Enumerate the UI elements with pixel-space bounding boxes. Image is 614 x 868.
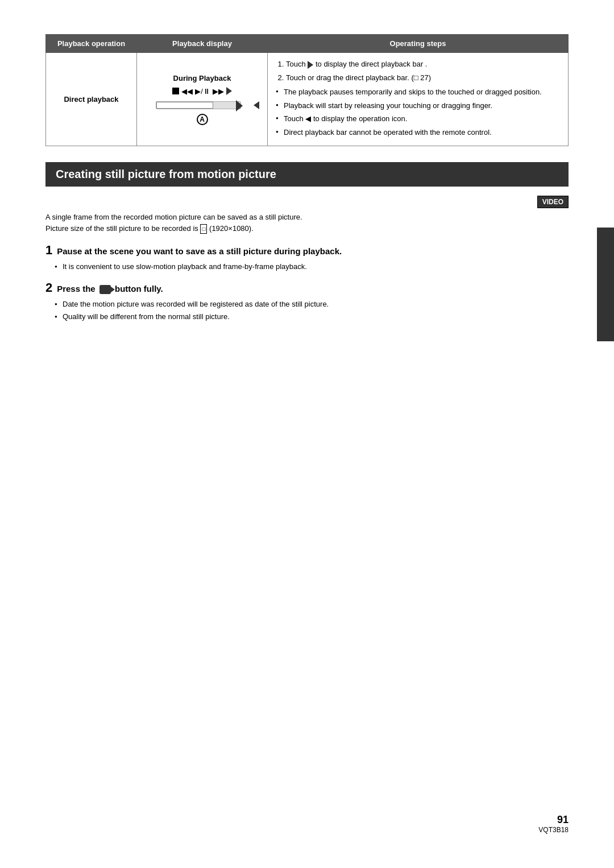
step-2-bullet-1: Date the motion picture was recorded wil… — [55, 299, 569, 310]
step-1-bullets: It is convenient to use slow-motion play… — [45, 261, 569, 272]
label-a-area: A — [145, 114, 259, 125]
step-2-title: Press the button fully. — [57, 284, 163, 294]
bullet-2: Playback will start by releasing your to… — [276, 100, 560, 111]
section-title: Creating still picture from motion pictu… — [45, 162, 569, 187]
operation-cell: Direct playback — [46, 53, 137, 146]
play-icon-inline — [308, 61, 313, 69]
page-footer: 91 VQT3B18 — [538, 814, 569, 834]
step-1-title: Pause at the scene you want to save as a… — [57, 246, 342, 256]
camera-icon — [99, 285, 111, 294]
progress-bar — [156, 101, 241, 109]
forward-icon: ▶▶ — [213, 87, 224, 96]
page-number: 91 — [538, 814, 569, 826]
step-2-bullets: Date the motion picture was recorded wil… — [45, 299, 569, 323]
step-2-bullet-2: Quality will be different from the norma… — [55, 311, 569, 323]
page-code: VQT3B18 — [538, 826, 569, 834]
bullet-3: Touch ◀ to display the operation icon. — [276, 113, 560, 125]
step-1-block: 1 Pause at the scene you want to save as… — [45, 243, 569, 272]
playback-controls: ◀◀ ▶/⏸ ▶▶ — [145, 87, 259, 96]
step-1: Touch to display the direct playback bar… — [286, 59, 560, 70]
intro-line1: A single frame from the recorded motion … — [45, 213, 302, 221]
bullet-4: Direct playback bar cannot be operated w… — [276, 127, 560, 138]
progress-indicator — [236, 100, 243, 111]
steps-cell: Touch to display the direct playback bar… — [268, 53, 569, 146]
right-tri-icon — [226, 87, 232, 95]
circle-a-icon: A — [197, 114, 208, 125]
play-pause-icon: ▶/⏸ — [195, 87, 210, 96]
during-playback-label: During Playback — [145, 74, 259, 82]
col-header-display: Playback display — [137, 35, 268, 53]
left-tri-icon — [254, 101, 259, 109]
step-2-number: 2 — [45, 280, 52, 295]
rewind-icon: ◀◀ — [181, 87, 193, 96]
step-2: Touch or drag the direct playback bar. (… — [286, 72, 560, 84]
progress-fill — [156, 102, 213, 109]
col-header-operation: Playback operation — [46, 35, 137, 53]
step-1-number: 1 — [45, 243, 52, 257]
ordered-steps: Touch to display the direct playback bar… — [276, 59, 560, 83]
intro-text: A single frame from the recorded motion … — [45, 212, 569, 234]
stop-icon — [172, 88, 179, 94]
video-badge: VIDEO — [537, 196, 569, 208]
resolution-icon: □ — [200, 224, 207, 234]
step-2-block: 2 Press the button fully. Date the motio… — [45, 280, 569, 323]
display-cell: During Playback ◀◀ ▶/⏸ ▶▶ — [137, 53, 268, 146]
sidebar-tab — [597, 228, 614, 341]
step-1-bullet-1: It is convenient to use slow-motion play… — [55, 261, 569, 272]
bullet-1: The playback pauses temporarily and skip… — [276, 86, 560, 98]
bullet-steps: The playback pauses temporarily and skip… — [276, 86, 560, 138]
intro-line2: Picture size of the still picture to be … — [45, 224, 254, 233]
progress-bar-area — [145, 99, 259, 111]
playback-table: Playback operation Playback display Oper… — [45, 34, 569, 146]
col-header-steps: Operating steps — [268, 35, 569, 53]
